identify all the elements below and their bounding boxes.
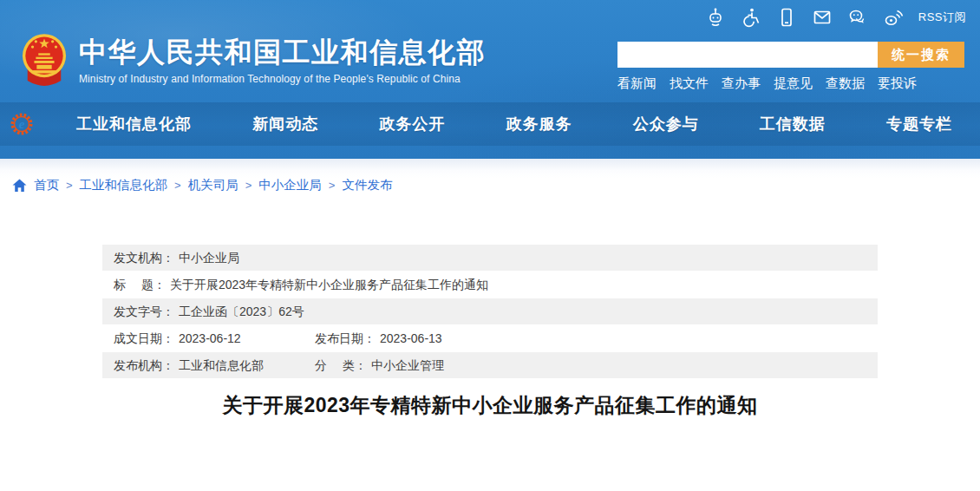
main-nav: e 工业和信息化部 新闻动态 政务公开 政务服务 公众参与 工信数据 专题专栏	[0, 102, 980, 146]
site-brand: 中华人民共和国工业和信息化部 Ministry of Industry and …	[22, 31, 486, 90]
meta-label: 发文机构：	[114, 251, 174, 265]
breadcrumb-separator: >	[329, 179, 336, 192]
document-meta-table: 发文机构：中小企业局 标 题：关于开展2023年专精特新中小企业服务产品征集工作…	[102, 245, 878, 379]
breadcrumb-separator: >	[66, 179, 73, 192]
meta-value: 2023-06-12	[179, 331, 241, 345]
article-title: 关于开展2023年专精特新中小企业服务产品征集工作的通知	[0, 392, 980, 419]
meta-label: 发布机构：	[114, 358, 174, 372]
accessibility-icon[interactable]	[741, 7, 761, 28]
meta-label: 成文日期：	[114, 331, 174, 345]
svg-text:e: e	[19, 117, 25, 131]
weibo-icon[interactable]	[883, 7, 904, 28]
meta-label: 发布日期：	[315, 331, 376, 345]
meta-row-dates: 成文日期：2023-06-12 发布日期：2023-06-13	[102, 325, 878, 351]
meta-value: 关于开展2023年专精特新中小企业服务产品征集工作的通知	[170, 278, 488, 291]
search-area: 统一搜索 看新闻 找文件 查办事 提意见 查数据 要投诉	[617, 42, 964, 92]
nav-item-data[interactable]: 工信数据	[760, 114, 826, 134]
site-title-en: Ministry of Industry and Information Tec…	[79, 73, 486, 85]
national-emblem-icon	[22, 31, 67, 90]
rss-subscribe-link[interactable]: RSS订阅	[918, 10, 966, 25]
meta-value: 中小企业管理	[371, 358, 444, 372]
topbar: RSS订阅	[705, 6, 966, 29]
search-input[interactable]	[617, 42, 878, 68]
meta-value: 工业和信息化部	[179, 358, 264, 372]
nav-item-news[interactable]: 新闻动态	[252, 114, 318, 134]
mobile-icon[interactable]	[776, 7, 797, 28]
nav-item-gov-info[interactable]: 政务公开	[379, 114, 445, 134]
header-gradient-strip	[0, 159, 980, 178]
meta-label: 标 题：	[114, 278, 166, 291]
breadcrumb-item-home[interactable]: 首页	[34, 177, 59, 193]
nav-item-gov-services[interactable]: 政务服务	[506, 114, 572, 134]
page: RSS订阅 中华人民共和国工业和信息化部 Ministry	[0, 0, 980, 491]
quick-links: 看新闻 找文件 查办事 提意见 查数据 要投诉	[617, 75, 964, 92]
meta-label: 发文字号：	[114, 304, 174, 318]
breadcrumb-item-departments[interactable]: 机关司局	[188, 177, 238, 193]
meta-row-title: 标 题：关于开展2023年专精特新中小企业服务产品征集工作的通知	[102, 272, 878, 298]
nav-items: 工业和信息化部 新闻动态 政务公开 政务服务 公众参与 工信数据 专题专栏	[76, 102, 952, 146]
meta-row-doc-number: 发文字号：工企业函〔2023〕62号	[102, 298, 878, 324]
quick-link-documents[interactable]: 找文件	[670, 75, 709, 92]
breadcrumb-separator: >	[245, 179, 252, 192]
breadcrumb-item-miit[interactable]: 工业和信息化部	[80, 177, 168, 193]
brand-text: 中华人民共和国工业和信息化部 Ministry of Industry and …	[79, 31, 486, 85]
site-header: RSS订阅 中华人民共和国工业和信息化部 Ministry	[0, 0, 980, 159]
breadcrumb: 首页 > 工业和信息化部 > 机关司局 > 中小企业局 > 文件发布	[12, 177, 392, 193]
quick-link-news[interactable]: 看新闻	[617, 75, 657, 92]
nav-item-miit[interactable]: 工业和信息化部	[76, 114, 192, 134]
meta-label: 分 类：	[315, 358, 367, 372]
robot-icon[interactable]	[705, 7, 726, 28]
nav-item-participation[interactable]: 公众参与	[633, 114, 699, 134]
nav-item-topics[interactable]: 专题专栏	[886, 114, 952, 134]
quick-link-services[interactable]: 查办事	[722, 75, 761, 92]
miit-e-logo-icon: e	[10, 113, 33, 135]
site-title-zh: 中华人民共和国工业和信息化部	[79, 36, 486, 69]
meta-value: 中小企业局	[179, 251, 239, 265]
wechat-icon[interactable]	[847, 7, 868, 28]
quick-link-data[interactable]: 查数据	[826, 75, 865, 92]
meta-row-publisher-category: 发布机构：工业和信息化部 分 类：中小企业管理	[102, 352, 878, 378]
home-icon[interactable]	[12, 179, 27, 193]
quick-link-feedback[interactable]: 提意见	[774, 75, 813, 92]
meta-value: 2023-06-13	[380, 331, 442, 345]
unified-search-button[interactable]: 统一搜索	[878, 42, 964, 68]
meta-row-issuing-office: 发文机构：中小企业局	[102, 245, 878, 271]
breadcrumb-separator: >	[174, 179, 181, 192]
email-icon[interactable]	[812, 7, 833, 28]
quick-link-complaint[interactable]: 要投诉	[878, 75, 917, 92]
breadcrumb-item-sme-bureau[interactable]: 中小企业局	[258, 177, 322, 193]
breadcrumb-item-document-release[interactable]: 文件发布	[342, 177, 392, 193]
meta-value: 工企业函〔2023〕62号	[179, 304, 304, 318]
